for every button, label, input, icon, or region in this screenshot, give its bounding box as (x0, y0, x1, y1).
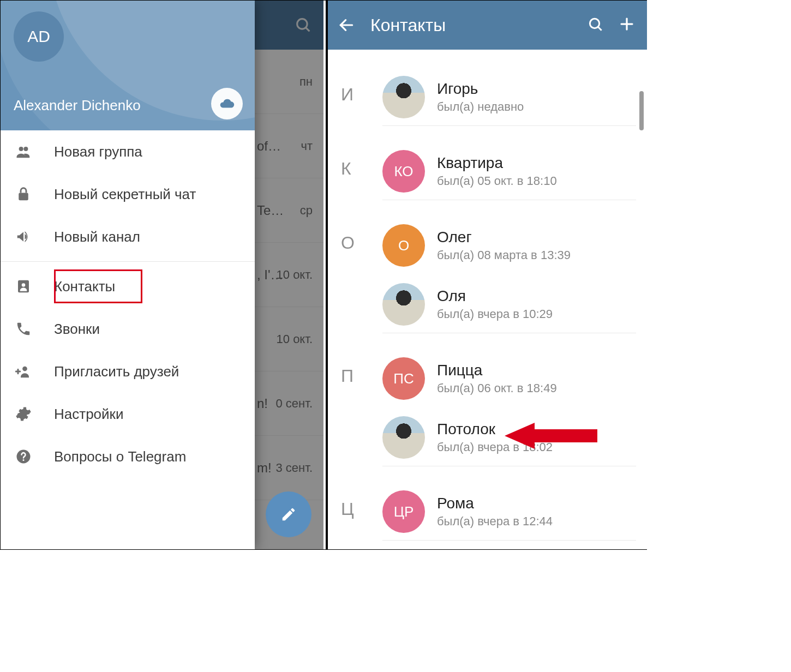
search-icon[interactable] (587, 16, 606, 34)
channel-icon (13, 226, 34, 248)
invite-icon (13, 361, 34, 382)
contact-name: Квартира (437, 154, 557, 172)
contact-avatar: ЦР (382, 490, 425, 533)
menu-item-label: Новый секретный чат (54, 186, 244, 203)
contact-status: был(а) недавно (437, 100, 524, 114)
menu-item-settings[interactable]: Настройки (1, 393, 255, 435)
avatar[interactable]: AD (14, 11, 64, 62)
avatar-initials: AD (27, 27, 50, 46)
contact-row[interactable]: КО Квартира был(а) 05 окт. в 18:10 (328, 142, 647, 200)
contact-avatar: О (382, 224, 425, 267)
menu-item-channel[interactable]: Новый канал (1, 215, 255, 258)
contact-avatar: КО (382, 150, 425, 193)
contact-row[interactable]: Оля был(а) вчера в 10:29 (328, 275, 647, 333)
contacts-topbar: Контакты (328, 1, 647, 50)
contact-name: Рома (437, 495, 553, 512)
menu-item-lock[interactable]: Новый секретный чат (1, 173, 255, 215)
contacts-icon (13, 275, 34, 297)
contact-name: Потолок (437, 421, 553, 438)
help-icon (13, 446, 34, 467)
menu-item-help[interactable]: Вопросы о Telegram (1, 435, 255, 478)
page-title: Контакты (370, 15, 574, 35)
menu-item-contacts[interactable]: Контакты (1, 265, 255, 308)
contact-name: Игорь (437, 80, 524, 98)
group-icon (13, 141, 34, 163)
menu-item-label: Настройки (54, 406, 244, 423)
drawer-username: Alexander Dichenko (14, 97, 141, 114)
contact-status: был(а) вчера в 18:02 (437, 440, 553, 454)
nav-drawer: AD Alexander Dichenko Новая группа Новый… (1, 1, 255, 549)
svg-point-11 (590, 19, 599, 28)
menu-item-label: Вопросы о Telegram (54, 448, 244, 465)
contact-row[interactable]: Потолок был(а) вчера в 18:02 (328, 409, 647, 466)
menu-item-label: Новая группа (54, 143, 244, 160)
menu-item-label: Звонки (54, 321, 244, 338)
svg-point-7 (22, 367, 27, 371)
lock-icon (13, 183, 34, 205)
contact-status: был(а) вчера в 10:29 (437, 307, 553, 321)
svg-point-3 (23, 147, 28, 151)
contact-name: Оля (437, 287, 553, 305)
contact-status: был(а) 08 марта в 13:39 (437, 248, 571, 262)
drawer-menu: Новая группа Новый секретный чат Новый к… (1, 130, 255, 549)
svg-line-12 (598, 27, 601, 30)
contact-name: Олег (437, 229, 571, 246)
contact-avatar (382, 76, 425, 118)
menu-item-label: Новый канал (54, 229, 244, 245)
menu-item-group[interactable]: Новая группа (1, 130, 255, 173)
contact-status: был(а) вчера в 12:44 (437, 514, 553, 529)
menu-item-label: Пригласить друзей (54, 363, 244, 380)
cloud-button[interactable] (211, 88, 243, 119)
contact-avatar (382, 416, 425, 459)
phone-icon (13, 318, 34, 340)
contacts-list[interactable]: И Игорь был(а) недавно К КО Квартира был… (328, 50, 647, 549)
settings-icon (13, 403, 34, 425)
svg-point-6 (22, 283, 26, 287)
menu-divider (1, 261, 255, 262)
add-icon[interactable] (619, 16, 637, 34)
menu-item-label: Контакты (54, 278, 244, 295)
drawer-header: AD Alexander Dichenko (1, 1, 255, 130)
svg-point-2 (19, 147, 23, 151)
contact-status: был(а) 05 окт. в 18:10 (437, 174, 557, 188)
contact-avatar: ПС (382, 357, 425, 400)
contact-row[interactable]: ПС Пицца был(а) 06 окт. в 18:49 (328, 350, 647, 407)
menu-item-invite[interactable]: Пригласить друзей (1, 350, 255, 393)
contact-row[interactable]: Игорь был(а) недавно (328, 68, 647, 126)
compose-fab[interactable] (266, 491, 311, 537)
back-icon[interactable] (338, 16, 355, 34)
menu-item-phone[interactable]: Звонки (1, 308, 255, 350)
contact-name: Пицца (437, 362, 557, 379)
svg-rect-4 (19, 193, 28, 201)
contact-status: был(а) 06 окт. в 18:49 (437, 381, 557, 395)
svg-point-9 (23, 459, 25, 461)
contact-row[interactable]: О Олег был(а) 08 марта в 13:39 (328, 217, 647, 274)
contact-row[interactable]: ЦР Рома был(а) вчера в 12:44 (328, 483, 647, 541)
contact-avatar (382, 283, 425, 326)
